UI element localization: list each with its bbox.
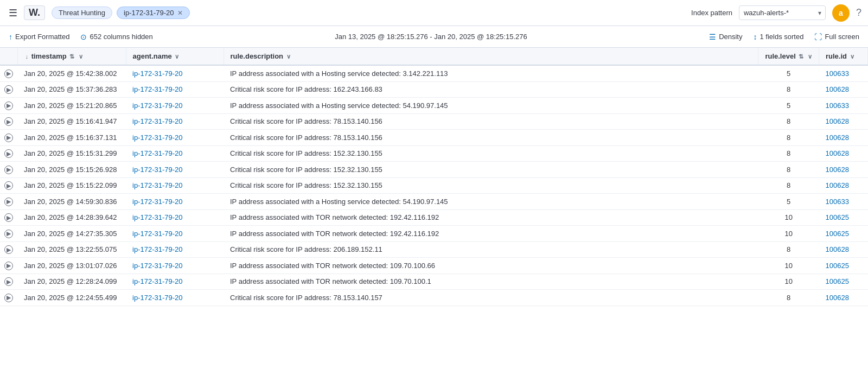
app-logo: W. xyxy=(24,5,45,20)
cell-rule-description: IP address associated with TOR network d… xyxy=(224,209,758,226)
fullscreen-button[interactable]: ⛶ Full screen xyxy=(814,33,859,41)
cell-timestamp: Jan 20, 2025 @ 14:59:30.836 xyxy=(17,194,126,210)
cell-rule-id[interactable]: 100625 xyxy=(819,273,868,290)
columns-hidden-button[interactable]: ⊙ 652 columns hidden xyxy=(80,33,152,41)
breadcrumb-tab-threat-hunting-label: Threat Hunting xyxy=(59,9,105,17)
nav-right-section: Index pattern wazuh-alerts-* ▾ a ? xyxy=(691,4,861,22)
cell-rule-id[interactable]: 100628 xyxy=(819,290,868,306)
cell-agent-name[interactable]: ip-172-31-79-20 xyxy=(126,65,224,81)
row-expand-icon[interactable]: ▶ xyxy=(0,290,17,306)
row-expand-icon[interactable]: ▶ xyxy=(0,98,17,114)
cell-rule-id[interactable]: 100625 xyxy=(819,258,868,274)
cell-rule-description: Critical risk score for IP address: 152.… xyxy=(224,162,758,178)
density-button[interactable]: ☰ Density xyxy=(709,33,742,41)
cell-agent-name[interactable]: ip-172-31-79-20 xyxy=(126,145,224,162)
cell-rule-id[interactable]: 100633 xyxy=(819,65,868,81)
row-expand-icon[interactable]: ▶ xyxy=(0,177,17,194)
cell-rule-description: Critical risk score for IP address: 152.… xyxy=(224,145,758,162)
row-expand-icon[interactable]: ▶ xyxy=(0,65,17,81)
cell-rule-id[interactable]: 100633 xyxy=(819,98,868,114)
row-expand-icon[interactable]: ▶ xyxy=(0,145,17,162)
cell-timestamp: Jan 20, 2025 @ 15:15:31.299 xyxy=(17,145,126,162)
col-header-rule-id[interactable]: rule.id ∨ xyxy=(819,48,868,65)
hamburger-menu-icon[interactable]: ☰ xyxy=(7,5,20,21)
col-header-rule-level[interactable]: rule.level ⇅ ∨ xyxy=(758,48,819,65)
col-header-timestamp[interactable]: ↓ timestamp ⇅ ∨ xyxy=(17,48,126,65)
table-row: ▶Jan 20, 2025 @ 13:01:07.026ip-172-31-79… xyxy=(0,258,868,274)
cell-agent-name[interactable]: ip-172-31-79-20 xyxy=(126,81,224,98)
cell-rule-level: 8 xyxy=(758,113,819,130)
cell-agent-name[interactable]: ip-172-31-79-20 xyxy=(126,273,224,290)
row-expand-icon[interactable]: ▶ xyxy=(0,241,17,258)
cell-rule-id[interactable]: 100628 xyxy=(819,130,868,146)
cell-timestamp: Jan 20, 2025 @ 14:27:35.305 xyxy=(17,226,126,242)
cell-rule-id[interactable]: 100633 xyxy=(819,194,868,210)
cell-agent-name[interactable]: ip-172-31-79-20 xyxy=(126,177,224,194)
cell-rule-id[interactable]: 100625 xyxy=(819,209,868,226)
row-expand-icon[interactable]: ▶ xyxy=(0,194,17,210)
cell-rule-description: Critical risk score for IP address: 206.… xyxy=(224,241,758,258)
col-ruleid-label: rule.id xyxy=(826,52,847,60)
index-pattern-select[interactable]: wazuh-alerts-* xyxy=(739,5,826,20)
breadcrumb-tab-threat-hunting[interactable]: Threat Hunting xyxy=(52,7,112,19)
cell-agent-name[interactable]: ip-172-31-79-20 xyxy=(126,290,224,306)
col-level-label: rule.level xyxy=(765,52,795,60)
fullscreen-label: Full screen xyxy=(825,33,859,41)
row-expand-icon[interactable]: ▶ xyxy=(0,113,17,130)
row-expand-icon[interactable]: ▶ xyxy=(0,209,17,226)
index-pattern-selector[interactable]: wazuh-alerts-* ▾ xyxy=(739,5,826,20)
sort-down-icon: ↓ xyxy=(25,53,29,60)
cell-agent-name[interactable]: ip-172-31-79-20 xyxy=(126,258,224,274)
row-expand-icon[interactable]: ▶ xyxy=(0,81,17,98)
cell-agent-name[interactable]: ip-172-31-79-20 xyxy=(126,226,224,242)
cell-rule-level: 5 xyxy=(758,98,819,114)
col-description-label: rule.description xyxy=(231,52,284,60)
cell-agent-name[interactable]: ip-172-31-79-20 xyxy=(126,98,224,114)
help-icon[interactable]: ? xyxy=(856,7,861,18)
row-expand-icon[interactable]: ▶ xyxy=(0,226,17,242)
cell-rule-description: IP address associated with TOR network d… xyxy=(224,273,758,290)
table-row: ▶Jan 20, 2025 @ 15:15:31.299ip-172-31-79… xyxy=(0,145,868,162)
table-row: ▶Jan 20, 2025 @ 15:15:22.099ip-172-31-79… xyxy=(0,177,868,194)
cell-rule-description: IP address associated with a Hosting ser… xyxy=(224,65,758,81)
col-header-agent-name[interactable]: agent.name ∨ xyxy=(126,48,224,65)
cell-timestamp: Jan 20, 2025 @ 15:37:36.283 xyxy=(17,81,126,98)
cell-rule-level: 10 xyxy=(758,209,819,226)
cell-rule-id[interactable]: 100628 xyxy=(819,145,868,162)
export-formatted-button[interactable]: ↑ Export Formatted xyxy=(9,33,69,41)
cell-rule-description: Critical risk score for IP address: 78.1… xyxy=(224,113,758,130)
avatar[interactable]: a xyxy=(832,4,850,22)
cell-rule-level: 10 xyxy=(758,226,819,242)
cell-rule-level: 8 xyxy=(758,177,819,194)
fullscreen-icon: ⛶ xyxy=(814,33,822,41)
cell-rule-level: 8 xyxy=(758,145,819,162)
sort-button[interactable]: ↕ 1 fields sorted xyxy=(753,33,803,41)
row-expand-icon[interactable]: ▶ xyxy=(0,258,17,274)
row-expand-icon[interactable]: ▶ xyxy=(0,273,17,290)
cell-agent-name[interactable]: ip-172-31-79-20 xyxy=(126,241,224,258)
sort-label: 1 fields sorted xyxy=(760,33,803,41)
cell-rule-id[interactable]: 100628 xyxy=(819,162,868,178)
cell-rule-id[interactable]: 100628 xyxy=(819,81,868,98)
table-row: ▶Jan 20, 2025 @ 14:27:35.305ip-172-31-79… xyxy=(0,226,868,242)
cell-rule-description: Critical risk score for IP address: 152.… xyxy=(224,177,758,194)
col-header-rule-description[interactable]: rule.description ∨ xyxy=(224,48,758,65)
cell-agent-name[interactable]: ip-172-31-79-20 xyxy=(126,194,224,210)
cell-agent-name[interactable]: ip-172-31-79-20 xyxy=(126,113,224,130)
cell-agent-name[interactable]: ip-172-31-79-20 xyxy=(126,162,224,178)
cell-agent-name[interactable]: ip-172-31-79-20 xyxy=(126,130,224,146)
cell-agent-name[interactable]: ip-172-31-79-20 xyxy=(126,209,224,226)
cell-rule-id[interactable]: 100628 xyxy=(819,177,868,194)
breadcrumb-threat-hunting: Threat Hunting xyxy=(52,7,112,19)
breadcrumb-tab-agent-label: ip-172-31-79-20 xyxy=(124,9,174,17)
col-agent-label: agent.name xyxy=(133,52,172,60)
cell-rule-id[interactable]: 100625 xyxy=(819,226,868,242)
row-expand-icon[interactable]: ▶ xyxy=(0,162,17,178)
breadcrumb-tab-agent[interactable]: ip-172-31-79-20 ✕ xyxy=(117,7,190,19)
table-body: ▶Jan 20, 2025 @ 15:42:38.002ip-172-31-79… xyxy=(0,65,868,306)
table-row: ▶Jan 20, 2025 @ 14:28:39.642ip-172-31-79… xyxy=(0,209,868,226)
row-expand-icon[interactable]: ▶ xyxy=(0,130,17,146)
cell-rule-id[interactable]: 100628 xyxy=(819,113,868,130)
cell-rule-id[interactable]: 100628 xyxy=(819,241,868,258)
close-agent-tab-icon[interactable]: ✕ xyxy=(177,9,183,17)
